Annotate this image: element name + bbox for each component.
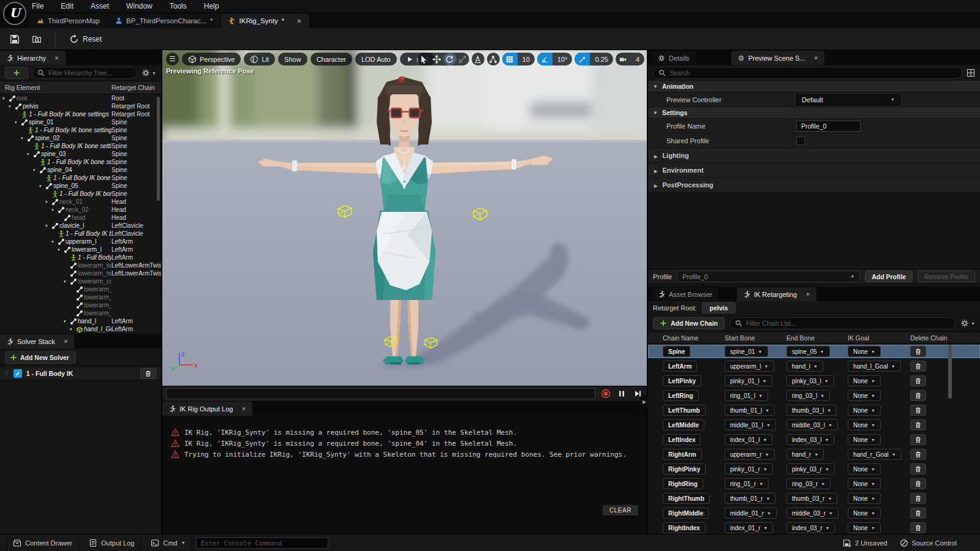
expander-arrow-icon[interactable]: ▾ (45, 223, 51, 228)
ik-goal-dropdown[interactable]: None▼ (848, 522, 881, 533)
tab-ik-rig-output-log[interactable]: IK Rig Output Log ✕ (162, 402, 252, 416)
col-start-bone[interactable]: Start Bone (725, 334, 755, 342)
chain-name-field[interactable]: LeftPinky (663, 375, 701, 386)
delete-chain-button[interactable] (910, 419, 926, 430)
end-bone-dropdown[interactable]: hand_r▼ (786, 449, 824, 460)
ik-goal-dropdown[interactable]: None▼ (848, 390, 881, 401)
expander-arrow-icon[interactable]: ▾ (45, 200, 51, 204)
delete-chain-button[interactable] (910, 522, 926, 533)
start-bone-dropdown[interactable]: thumb_01_l▼ (725, 405, 775, 416)
hierarchy-row[interactable]: ▾ clavicle_l LeftClavicle (0, 222, 161, 230)
content-drawer-button[interactable]: Content Drawer (6, 534, 79, 551)
end-bone-dropdown[interactable]: hand_l▼ (786, 361, 823, 372)
source-control-button[interactable]: Source Control (900, 539, 957, 547)
lit-mode-button[interactable]: Lit (244, 53, 275, 66)
chain-row[interactable]: LeftRing ring_01_l▼ ring_03_l▼ None▼ (648, 389, 980, 402)
expander-arrow-icon[interactable]: ▾ (9, 104, 15, 109)
hierarchy-row[interactable]: ▾ upperarm_l LeftArm (0, 238, 161, 246)
start-bone-dropdown[interactable]: thumb_01_r▼ (725, 493, 775, 504)
hierarchy-row[interactable]: ▾ lowerarm_l LeftArm (0, 246, 161, 253)
lod-auto-button[interactable]: LOD Auto (355, 53, 397, 66)
end-bone-dropdown[interactable]: ring_03_r▼ (786, 478, 831, 489)
section-settings[interactable]: ▼Settings (648, 107, 980, 119)
end-bone-dropdown[interactable]: index_03_r▼ (786, 522, 835, 533)
ik-goal-dropdown[interactable]: hand_l_Goal▼ (848, 361, 901, 372)
chain-name-field[interactable]: RightThumb (663, 493, 710, 504)
tab-details[interactable]: Details (652, 51, 696, 65)
close-tab-icon[interactable]: ✕ (814, 55, 819, 61)
chain-name-field[interactable]: RightIndex (663, 522, 706, 533)
start-bone-dropdown[interactable]: middle_01_l▼ (725, 419, 776, 430)
chain-row[interactable]: RightMiddle middle_01_r▼ middle_03_r▼ No… (648, 506, 980, 520)
chain-row[interactable]: RightArm upperarm_r▼ hand_r▼ hand_r_Goal… (648, 448, 980, 461)
hierarchy-row[interactable]: ▾ 1 - Full Body IK bone settings LeftCla… (0, 230, 161, 238)
chain-row[interactable]: RightThumb thumb_01_r▼ thumb_03_r▼ None▼ (648, 492, 980, 505)
end-bone-dropdown[interactable]: middle_03_r▼ (786, 508, 839, 519)
hierarchy-row[interactable]: ▾ spine_01 Spine (0, 118, 161, 126)
scale-tool-button[interactable] (456, 53, 469, 66)
hierarchy-row[interactable]: ▾ neck_01 Head (0, 198, 161, 206)
rotation-snap-control[interactable]: 10° (537, 53, 573, 66)
rotate-tool-button[interactable] (443, 53, 456, 66)
menu-item[interactable]: Help (204, 2, 219, 10)
close-tab-icon[interactable]: ✕ (296, 18, 301, 24)
tab-solver-stack[interactable]: Solver Stack ✕ (0, 334, 74, 348)
expander-arrow-icon[interactable]: ▾ (39, 184, 45, 189)
hierarchy-row[interactable]: ▾ spine_05 Spine (0, 182, 161, 190)
move-tool-button[interactable] (431, 53, 443, 66)
delete-chain-button[interactable] (910, 434, 926, 445)
surface-snapping-button[interactable] (487, 53, 500, 66)
chain-name-field[interactable]: LeftThumb (663, 405, 706, 416)
chain-row[interactable]: RightPinky pinky_01_r▼ pinky_03_r▼ None▼ (648, 462, 980, 476)
col-chain-name[interactable]: Chain Name (663, 334, 698, 342)
tab-ikrig-synty[interactable]: IKRig_Synty * ✕ (221, 13, 310, 28)
start-bone-dropdown[interactable]: index_01_r▼ (725, 522, 773, 533)
hierarchy-scrollbar[interactable] (157, 97, 160, 201)
section-postprocessing[interactable]: ▶PostProcessing (648, 178, 980, 192)
shared-profile-checkbox[interactable] (796, 137, 805, 145)
start-bone-dropdown[interactable]: upperarm_l▼ (725, 361, 774, 372)
close-tab-icon[interactable]: ✕ (64, 339, 69, 345)
expander-arrow-icon[interactable]: ▾ (64, 319, 70, 324)
section-lighting[interactable]: ▶Lighting (648, 148, 980, 163)
start-bone-dropdown[interactable]: ring_01_r▼ (725, 478, 769, 489)
show-button[interactable]: Show (278, 53, 307, 66)
hierarchy-row[interactable]: ▾ 1 - Full Body IK bone settings LeftArm (0, 253, 161, 261)
menu-item[interactable]: Tools (170, 2, 187, 10)
expander-arrow-icon[interactable]: ▾ (21, 136, 27, 141)
grid-snap-icon[interactable] (502, 53, 518, 66)
scale-snap-icon[interactable] (575, 53, 590, 66)
tab-ik-retargeting[interactable]: IK Retargeting ✕ (737, 287, 816, 301)
hierarchy-row[interactable]: ▾ lowerarm_out_l (0, 293, 161, 301)
hierarchy-row[interactable]: ▾ neck_02 Head (0, 206, 161, 214)
camera-speed-value[interactable]: 4 (631, 56, 644, 63)
chain-name-field[interactable]: LeftArm (663, 361, 697, 372)
start-bone-dropdown[interactable]: middle_01_r▼ (725, 508, 777, 519)
chain-name-field[interactable]: RightRing (663, 478, 703, 489)
chain-row[interactable]: Spine spine_01▼ spine_05▼ None▼ (648, 345, 980, 358)
menu-item[interactable]: Edit (61, 2, 74, 10)
ik-goal-dropdown[interactable]: None▼ (848, 419, 881, 430)
hierarchy-row[interactable]: ▾ spine_03 Spine (0, 150, 161, 158)
perspective-button[interactable]: Perspective (182, 53, 241, 66)
viewport[interactable]: Z X Y ☰ Perspective Lit Show Character L… (162, 50, 647, 386)
profile-dropdown[interactable]: Profile_0 ▼ (677, 271, 860, 282)
delete-chain-button[interactable] (910, 375, 926, 386)
start-bone-dropdown[interactable]: ring_01_l▼ (725, 390, 768, 401)
start-bone-dropdown[interactable]: pinky_01_r▼ (725, 463, 773, 474)
solver-row[interactable]: ⠿ ✓ 1 - Full Body IK (0, 367, 161, 380)
unsaved-indicator[interactable]: 2 Unsaved (843, 539, 888, 547)
expander-arrow-icon[interactable]: ▾ (70, 327, 76, 332)
expander-arrow-icon[interactable]: ▾ (51, 208, 58, 212)
hierarchy-row[interactable]: ▾ lowerarm_in_l (0, 285, 161, 293)
drag-handle[interactable]: ⠿ (5, 372, 9, 375)
camera-speed-control[interactable]: 4 (616, 53, 644, 66)
start-bone-dropdown[interactable]: spine_01▼ (725, 346, 768, 357)
delete-chain-button[interactable] (910, 478, 926, 489)
timeline-slider[interactable] (166, 388, 595, 399)
angle-snap-icon[interactable] (537, 53, 552, 66)
character-button[interactable]: Character (311, 53, 352, 66)
chain-settings-button[interactable]: ▼ (960, 319, 975, 328)
menu-item[interactable]: Window (126, 2, 153, 10)
close-tab-icon[interactable]: ✕ (241, 406, 246, 412)
